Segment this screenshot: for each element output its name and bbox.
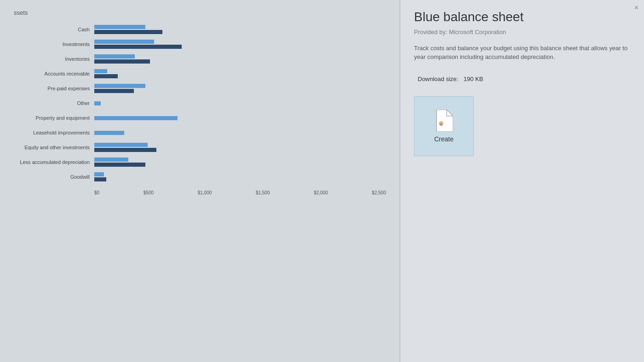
row-label: Leasehold improvements xyxy=(9,130,94,135)
row-label: Equity and other investments xyxy=(9,145,94,150)
chart-row: Accounts receivable xyxy=(9,69,386,79)
bars-container xyxy=(94,131,386,135)
chart-row: Equity and other investments xyxy=(9,142,386,152)
bar-blue xyxy=(94,69,107,73)
x-axis-label: $2,500 xyxy=(372,190,386,195)
main-container: ssets CashInvestmentsInventoriesAccounts… xyxy=(0,0,644,362)
create-button[interactable]: Create xyxy=(414,96,474,156)
bar-dark xyxy=(94,177,106,181)
chart-row: Leasehold improvements xyxy=(9,128,386,138)
chart-panel: ssets CashInvestmentsInventoriesAccounts… xyxy=(0,0,400,362)
bar-blue xyxy=(94,25,145,29)
bar-blue xyxy=(94,143,148,147)
chart-row: Other xyxy=(9,98,386,108)
chart-section-label: ssets xyxy=(5,9,386,16)
chart-row: Less accumulated depreciation xyxy=(9,157,386,167)
x-axis-label: $2,000 xyxy=(314,190,328,195)
bar-dark xyxy=(94,45,182,49)
close-button[interactable]: × xyxy=(634,4,638,12)
row-label: Accounts receivable xyxy=(9,71,94,76)
bars-container xyxy=(94,69,386,78)
row-label: Less accumulated depreciation xyxy=(9,159,94,165)
x-axis-label: $1,500 xyxy=(256,190,270,195)
bar-dark xyxy=(94,163,145,167)
chart-row: Cash xyxy=(9,24,386,35)
bar-blue xyxy=(94,158,128,162)
bar-blue xyxy=(94,54,135,58)
provided-by-value: Microsoft Corporation xyxy=(449,29,506,35)
bar-dark xyxy=(94,89,134,93)
x-axis: $0$500$1,000$1,500$2,000$2,500 xyxy=(94,190,386,195)
bars-container xyxy=(94,40,386,49)
chart-row: Pre-paid expenses xyxy=(9,83,386,93)
create-btn-container: Create xyxy=(414,96,630,156)
chart-wrapper: CashInvestmentsInventoriesAccounts recei… xyxy=(5,24,386,195)
chart-row: Inventories xyxy=(9,54,386,64)
template-title: Blue balance sheet xyxy=(414,9,630,25)
file-icon xyxy=(435,110,453,132)
provided-by-label: Provided by: xyxy=(414,29,447,35)
bars-container xyxy=(94,143,386,152)
info-panel: × Blue balance sheet Provided by: Micros… xyxy=(400,0,644,362)
bar-blue xyxy=(94,116,178,120)
template-description: Track costs and balance your budget usin… xyxy=(414,44,630,62)
bars-container xyxy=(94,84,386,93)
bar-blue xyxy=(94,84,145,88)
chart-row: Property and equipment xyxy=(9,113,386,123)
download-value: 190 KB xyxy=(464,76,483,82)
x-axis-label: $0 xyxy=(94,190,99,195)
bar-dark xyxy=(94,30,162,34)
provided-by: Provided by: Microsoft Corporation xyxy=(414,29,630,35)
bars-container xyxy=(94,158,386,167)
x-axis-label: $500 xyxy=(144,190,154,195)
bar-blue xyxy=(94,172,104,176)
row-label: Goodwill xyxy=(9,174,94,180)
row-label: Property and equipment xyxy=(9,115,94,121)
bars-container xyxy=(94,25,386,34)
row-label: Cash xyxy=(9,27,94,32)
chart-row: Goodwill xyxy=(9,172,386,182)
bar-blue xyxy=(94,131,124,135)
bars-container xyxy=(94,172,386,181)
download-label: Download size: xyxy=(418,76,458,82)
create-label: Create xyxy=(434,135,454,143)
bars-container xyxy=(94,54,386,64)
chart-row: Investments xyxy=(9,39,386,49)
bars-container xyxy=(94,101,386,105)
x-axis-label: $1,000 xyxy=(198,190,212,195)
bar-dark xyxy=(94,74,118,78)
download-info: Download size: 190 KB xyxy=(414,76,630,82)
row-label: Inventories xyxy=(9,56,94,62)
bar-dark xyxy=(94,59,150,64)
row-label: Pre-paid expenses xyxy=(9,86,94,91)
bars-container xyxy=(94,116,386,120)
bar-blue xyxy=(94,101,101,105)
row-label: Other xyxy=(9,100,94,106)
bar-dark xyxy=(94,148,156,152)
bar-blue xyxy=(94,40,154,44)
row-label: Investments xyxy=(9,41,94,47)
chart-area: CashInvestmentsInventoriesAccounts recei… xyxy=(5,24,386,187)
